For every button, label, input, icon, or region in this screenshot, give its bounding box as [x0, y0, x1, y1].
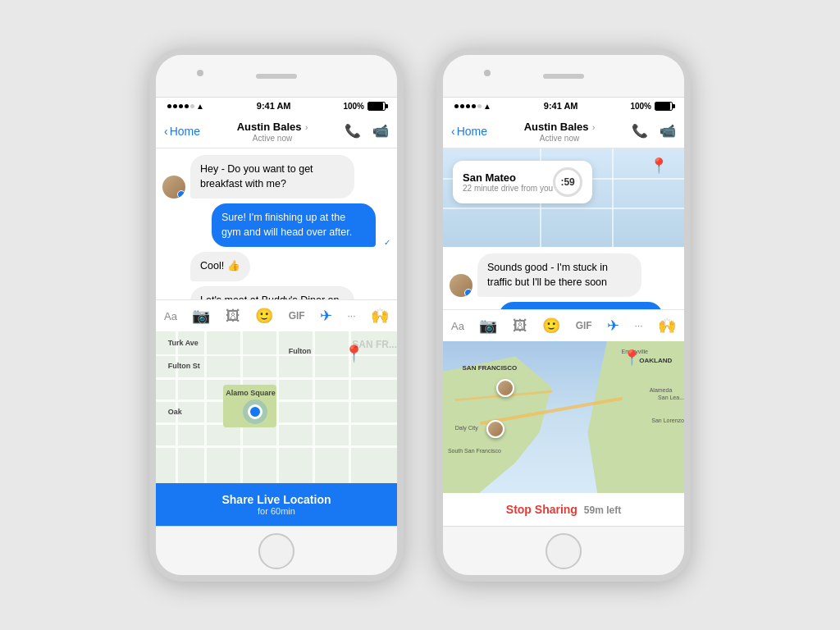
- camera-icon[interactable]: 📷: [192, 307, 210, 325]
- phone2-toolbar: Aa 📷 🖼 🙂 GIF ✈ ··· 🙌: [443, 309, 684, 341]
- bubble-3: Cool! 👍: [190, 252, 250, 281]
- street-v4: [313, 331, 315, 483]
- street-v3: [276, 331, 279, 483]
- phone2-battery-icon: [655, 102, 673, 111]
- phone2-status-time: 9:41 AM: [544, 101, 578, 111]
- map-label-turk: Turk Ave: [168, 339, 199, 347]
- map-label-fulton: Fulton: [289, 347, 312, 355]
- signal-dot-3: [179, 104, 183, 108]
- share-button-sublabel: for 60min: [166, 506, 387, 516]
- san-lorenzo-label: San Lorenzo: [651, 418, 684, 423]
- top-map-area: San Mateo 22 minute drive from you :59 📍: [443, 148, 684, 247]
- time-left-label: 59m left: [584, 504, 621, 516]
- phone2-gif-icon[interactable]: GIF: [576, 320, 592, 331]
- phone2-header-action-icons: 📞 📹: [632, 123, 676, 139]
- phone2-message-text-1: Sounds good - I'm stuck in traffic but I…: [487, 262, 608, 288]
- phone2-signal-dot-1: [454, 104, 459, 108]
- bubble-4: Let's meet at Buddy's Diner on Smith Str…: [190, 286, 354, 300]
- phone2-camera-icon[interactable]: 📷: [479, 317, 497, 335]
- phone2-signal-dot-5: [477, 104, 482, 108]
- signal-dot-4: [185, 104, 189, 108]
- user-location-avatar: [496, 379, 514, 397]
- battery-icon: [368, 102, 386, 111]
- phone2-signal-area: ▲: [454, 102, 491, 111]
- phone2-destination-pin: 📍: [623, 349, 641, 367]
- phone2-status-bar: ▲ 9:41 AM 100%: [443, 98, 684, 114]
- phone-bottom-hardware: [156, 526, 397, 575]
- text-input-icon[interactable]: Aa: [164, 310, 177, 322]
- phone2-signal-dot-3: [466, 104, 470, 108]
- phone2-emoji-icon[interactable]: 🙂: [542, 317, 560, 335]
- phone-1: ▲ 9:41 AM 100% ‹ Home Austin Bales › Act…: [149, 48, 404, 582]
- map-city-text: SAN FR...: [352, 339, 397, 350]
- message-text-1: Hey - Do you want to get breakfast with …: [200, 163, 313, 189]
- phone2-hands-icon[interactable]: 🙌: [658, 317, 676, 335]
- share-button-label: Share Live Location: [166, 493, 387, 506]
- message-row-3: Cool! 👍: [162, 252, 390, 281]
- phone2-battery-fill: [655, 103, 670, 110]
- daly-city-label: Daly City: [455, 425, 478, 431]
- message-text-3: Cool! 👍: [200, 260, 240, 272]
- phone2-signal-dots: [454, 104, 482, 108]
- phone2-more-icon[interactable]: ···: [635, 320, 643, 331]
- speaker: [256, 74, 297, 79]
- phone2-text-input-icon[interactable]: Aa: [451, 320, 464, 332]
- signal-dot-2: [173, 104, 177, 108]
- phone2-name-arrow-icon: ›: [592, 123, 595, 132]
- emoji-icon[interactable]: 🙂: [255, 307, 273, 325]
- contact-name[interactable]: Austin Bales ›: [237, 119, 308, 134]
- gif-icon[interactable]: GIF: [289, 310, 305, 322]
- location-sub: 22 minute drive from you: [463, 184, 553, 193]
- header-center: Austin Bales › Active now: [237, 119, 308, 143]
- battery-label: 100%: [343, 102, 364, 111]
- top-map-street-h2: [443, 208, 684, 209]
- map-label-alamo: Alamo Square: [226, 389, 276, 397]
- phone2-battery-label: 100%: [630, 102, 651, 111]
- san-lea-label: San Lea...: [658, 395, 684, 400]
- more-icon[interactable]: ···: [348, 310, 356, 322]
- back-button[interactable]: ‹ Home: [164, 125, 200, 138]
- phone2-send-icon[interactable]: ✈: [607, 317, 619, 335]
- map-label-fulton2: Fulton St: [168, 362, 200, 370]
- message-text-2: Sure! I'm finishing up at the gym and wi…: [221, 212, 352, 238]
- phone2-battery-area: 100%: [630, 102, 673, 111]
- stop-sharing-label: Stop Sharing: [506, 503, 578, 516]
- message-row-4: Let's meet at Buddy's Diner on Smith Str…: [162, 286, 390, 300]
- phone2-video-call-icon[interactable]: 📹: [660, 123, 676, 139]
- stop-sharing-button[interactable]: Stop Sharing 59m left: [443, 493, 684, 526]
- phone2-contact-name[interactable]: Austin Bales ›: [524, 119, 596, 134]
- send-icon[interactable]: ✈: [320, 307, 332, 325]
- phone-call-icon[interactable]: 📞: [345, 123, 361, 139]
- back-chevron-icon: ‹: [164, 125, 168, 138]
- battery-area: 100%: [343, 102, 386, 111]
- alameda-label: Alameda: [650, 387, 673, 393]
- phone2-home-button[interactable]: [546, 533, 582, 569]
- map-background: Alamo Square Fulton Oak Turk Ave Fulton …: [156, 331, 397, 483]
- phone2-map-area: SAN FRANCISCO OAKLAND Emeryville Alameda…: [443, 341, 684, 493]
- phone2-photo-icon[interactable]: 🖼: [513, 317, 527, 335]
- wifi-icon: ▲: [196, 102, 204, 111]
- phone2-phone-call-icon[interactable]: 📞: [632, 123, 648, 139]
- phone2-camera-dot: [484, 70, 491, 76]
- phone2-back-button[interactable]: ‹ Home: [451, 125, 487, 138]
- hands-icon[interactable]: 🙌: [371, 307, 389, 325]
- street-v1: [204, 331, 207, 483]
- avatar-badge: [177, 190, 185, 199]
- video-call-icon[interactable]: 📹: [372, 123, 389, 139]
- phone-top-hardware: [156, 55, 397, 98]
- bubble-2: Sure! I'm finishing up at the gym and wi…: [212, 203, 376, 247]
- messenger-header: ‹ Home Austin Bales › Active now 📞 📹: [156, 114, 397, 148]
- share-location-button[interactable]: Share Live Location for 60min: [156, 483, 397, 526]
- photo-icon[interactable]: 🖼: [226, 308, 240, 325]
- location-dot-current: [248, 404, 262, 419]
- phone2-avatar-badge-1: [464, 289, 472, 297]
- status-time: 9:41 AM: [257, 101, 291, 111]
- sf-label: SAN FRANCISCO: [463, 364, 518, 372]
- map-area-1: Alamo Square Fulton Oak Turk Ave Fulton …: [156, 331, 397, 483]
- status-bar: ▲ 9:41 AM 100%: [156, 98, 397, 114]
- phone2-message-row-1: Sounds good - I'm stuck in traffic but I…: [450, 253, 678, 297]
- phone2-bubble-1: Sounds good - I'm stuck in traffic but I…: [477, 253, 641, 297]
- signal-dot-5: [190, 104, 194, 108]
- phone-2: ▲ 9:41 AM 100% ‹ Home Austin Bales › Act…: [436, 48, 691, 582]
- home-button[interactable]: [258, 533, 294, 569]
